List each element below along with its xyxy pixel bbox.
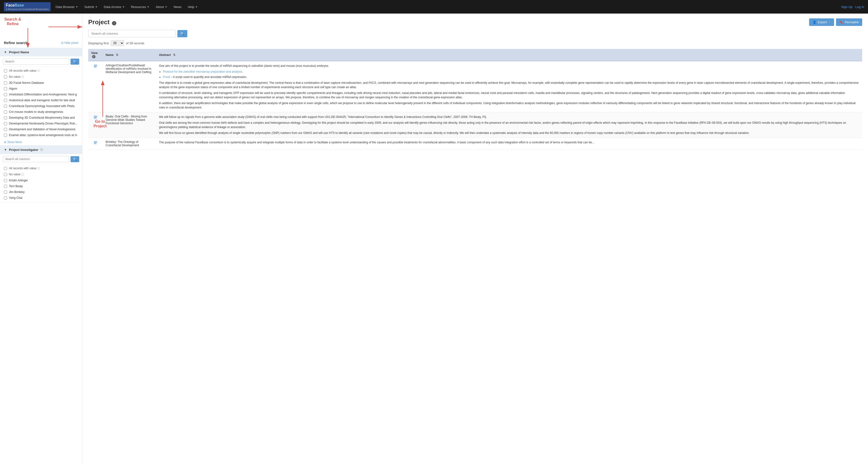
abstract-text: One aim of this project is to provide th… bbox=[159, 64, 859, 110]
record-view-icon[interactable] bbox=[91, 140, 100, 145]
project-name-search-button[interactable]: 🔍 bbox=[70, 59, 79, 65]
list-item[interactable]: No value ⓘ bbox=[0, 171, 82, 177]
info-icon: ⓘ bbox=[37, 167, 40, 170]
page-container: Search &Refine Refine search ⊟ bbox=[0, 13, 868, 463]
list-item[interactable]: All records with value ⓘ bbox=[0, 68, 82, 74]
list-item[interactable]: Anatomical atlas and transgenic toolkit … bbox=[0, 97, 82, 103]
project-name-search-input[interactable] bbox=[3, 58, 69, 65]
th-view: View i bbox=[88, 49, 103, 61]
list-item[interactable]: Development and Validation of Novel Amel… bbox=[0, 126, 82, 132]
table-cell-view bbox=[88, 61, 103, 112]
abstract-text: The purpose of the national FaceBase con… bbox=[159, 140, 859, 144]
sort-icon[interactable]: ⇅ bbox=[116, 53, 118, 57]
list-item[interactable]: All records with value ⓘ bbox=[0, 165, 82, 171]
list-item[interactable]: Yang Chai bbox=[0, 195, 82, 201]
facet-checkbox[interactable] bbox=[4, 81, 7, 85]
facet-checkbox[interactable] bbox=[4, 110, 7, 113]
facet-checkbox[interactable] bbox=[4, 167, 7, 170]
list-item[interactable]: Cre mouse models to study amelogenesis bbox=[0, 109, 82, 115]
facet-checkbox[interactable] bbox=[4, 179, 7, 182]
list-item[interactable]: Kristin Artinger bbox=[0, 177, 82, 183]
list-item[interactable]: Enamel atlas: systems-level amelogenesis… bbox=[0, 132, 82, 138]
facet-checkbox[interactable] bbox=[4, 93, 7, 96]
table-cell-name: Artinger/Clouthier/Postlethwait: Identif… bbox=[103, 61, 156, 112]
table-row: Artinger/Clouthier/Postlethwait: Identif… bbox=[88, 61, 862, 112]
brand-base: Base bbox=[14, 3, 24, 7]
per-page-select[interactable]: 25 10 50 100 bbox=[111, 40, 124, 46]
facet-item-label: 3D Facial Norms Database bbox=[9, 81, 78, 85]
log-in-link[interactable]: Log In bbox=[856, 5, 864, 9]
facet-item-label: Developmental Nonlinearity Drives Phenot… bbox=[9, 122, 78, 125]
facet-item-label: Craniofacial Dysmorphology Associated wi… bbox=[9, 104, 78, 108]
hide-panel-button[interactable]: ⊟ Hide panel bbox=[61, 41, 78, 44]
brand-logo-link[interactable]: FaceBase A Resource For Craniofacial Res… bbox=[4, 2, 51, 11]
list-item[interactable]: Ameloblast Differentiation and Amelogene… bbox=[0, 92, 82, 97]
facet-item-label: All records with value ⓘ bbox=[9, 69, 78, 73]
facet-checkbox[interactable] bbox=[4, 185, 7, 188]
export-icon: 👤 bbox=[812, 20, 816, 24]
facet-investigator-search: 🔍 bbox=[0, 154, 82, 164]
investigator-search-button[interactable]: 🔍 bbox=[70, 156, 79, 162]
facet-checkbox[interactable] bbox=[4, 128, 7, 131]
facet-project-investigator: ▼ Project Investigator ⓘ 🔍 All records w… bbox=[0, 145, 82, 202]
facet-checkbox[interactable] bbox=[4, 116, 7, 120]
list-item[interactable]: 3D Facial Norms Database bbox=[0, 80, 82, 86]
facet-checkbox[interactable] bbox=[4, 196, 7, 200]
facet-checkbox[interactable] bbox=[4, 75, 7, 78]
main-search-button[interactable]: 🔍 bbox=[177, 30, 187, 37]
info-icon: i bbox=[112, 21, 116, 26]
show-more-button[interactable]: ⊕ Show More bbox=[0, 139, 82, 145]
nav-news[interactable]: News bbox=[170, 3, 184, 11]
facet-project-name-header[interactable]: ▼ Project Name bbox=[0, 48, 82, 57]
main-content: Project i 👤 Export ▼ 🔖 Permalink 🔍 bbox=[83, 13, 868, 463]
header-actions: 👤 Export ▼ 🔖 Permalink bbox=[809, 19, 862, 26]
abstract-link[interactable]: Prost! bbox=[163, 75, 170, 79]
nav-about[interactable]: About ▼ bbox=[153, 3, 170, 11]
svg-rect-17 bbox=[94, 143, 96, 144]
facet-project-name: ▼ Project Name 🔍 All records with value … bbox=[0, 48, 82, 145]
list-item[interactable]: Terri Beaty bbox=[0, 183, 82, 189]
table-cell-abstract: We will follow up on signals from a geno… bbox=[156, 112, 862, 138]
nav-data-access[interactable]: Data Access ▼ bbox=[101, 3, 127, 11]
facet-item-label: Enamel atlas: systems-level amelogenesis… bbox=[9, 133, 78, 137]
sign-up-link[interactable]: Sign Up bbox=[841, 5, 852, 9]
abstract-link[interactable]: Protocol for the zebrafish microarray pr… bbox=[163, 70, 243, 73]
facet-checkbox[interactable] bbox=[4, 105, 7, 108]
record-view-icon[interactable] bbox=[91, 115, 100, 120]
arrow-annotation bbox=[49, 21, 87, 33]
facet-checkbox[interactable] bbox=[4, 191, 7, 194]
nav-data-browser[interactable]: Data Browser ▼ bbox=[53, 3, 81, 11]
facet-item-label: Jim Brinkley bbox=[9, 190, 78, 194]
facet-item-label: Yang Chai bbox=[9, 196, 78, 200]
facet-checkbox[interactable] bbox=[4, 69, 7, 72]
facet-project-name-items: All records with value ⓘ No value ⓘ 3D F… bbox=[0, 67, 82, 139]
facet-item-label: Algum bbox=[9, 87, 78, 90]
info-icon: ⓘ bbox=[40, 148, 43, 152]
list-item[interactable]: No value ⓘ bbox=[0, 74, 82, 80]
svg-rect-8 bbox=[94, 66, 97, 66]
svg-rect-11 bbox=[94, 116, 97, 117]
list-item[interactable]: Algum bbox=[0, 86, 82, 92]
facet-item-label: Anatomical atlas and transgenic toolkit … bbox=[9, 99, 78, 102]
facet-checkbox[interactable] bbox=[4, 99, 7, 102]
nav-resources[interactable]: Resources ▼ bbox=[128, 3, 152, 11]
list-item[interactable]: Craniofacial Dysmorphology Associated wi… bbox=[0, 103, 82, 109]
facet-checkbox[interactable] bbox=[4, 173, 7, 176]
main-search-input[interactable] bbox=[88, 30, 176, 37]
facet-checkbox[interactable] bbox=[4, 134, 7, 137]
export-button[interactable]: 👤 Export ▼ bbox=[809, 19, 834, 26]
facet-item-label: Developing 3D Craniofacial Morphometry D… bbox=[9, 116, 78, 120]
list-item[interactable]: Jim Brinkley bbox=[0, 189, 82, 195]
permalink-button[interactable]: 🔖 Permalink bbox=[836, 19, 862, 26]
record-view-icon[interactable] bbox=[91, 64, 100, 69]
facet-checkbox[interactable] bbox=[4, 122, 7, 125]
list-item[interactable]: Developing 3D Craniofacial Morphometry D… bbox=[0, 115, 82, 121]
sort-icon[interactable]: ⇅ bbox=[173, 53, 176, 57]
facet-checkbox[interactable] bbox=[4, 87, 7, 90]
list-item[interactable]: Developmental Nonlinearity Drives Phenot… bbox=[0, 121, 82, 126]
facet-project-investigator-header[interactable]: ▼ Project Investigator ⓘ bbox=[0, 145, 82, 154]
page-header: Project i 👤 Export ▼ 🔖 Permalink bbox=[88, 19, 862, 26]
investigator-search-input[interactable] bbox=[3, 156, 69, 162]
nav-submit[interactable]: Submit ▼ bbox=[82, 3, 100, 11]
nav-help[interactable]: Help ▼ bbox=[185, 3, 200, 11]
